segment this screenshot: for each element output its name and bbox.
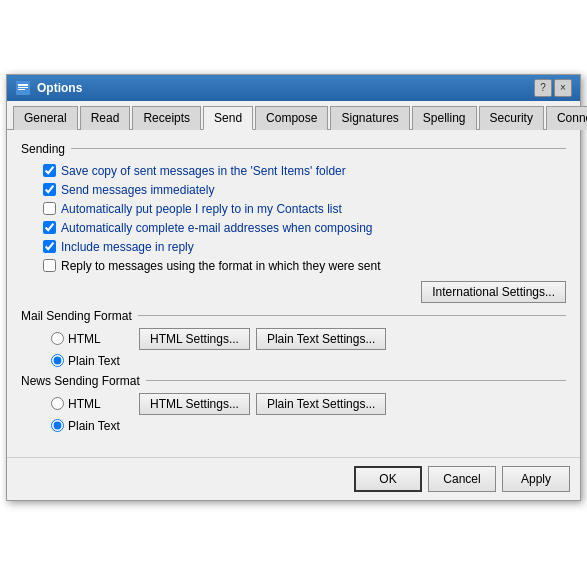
svg-rect-2	[18, 87, 28, 88]
checkbox-contacts[interactable]	[43, 202, 56, 215]
title-bar: Options ? ×	[7, 75, 580, 101]
news-plain-row: Plain Text	[21, 419, 566, 433]
checkbox-row-4: Automatically complete e-mail addresses …	[43, 221, 566, 235]
tab-read[interactable]: Read	[80, 106, 131, 130]
checkbox-include-message[interactable]	[43, 240, 56, 253]
mail-html-buttons: HTML Settings... Plain Text Settings...	[139, 328, 386, 350]
international-settings-button[interactable]: International Settings...	[421, 281, 566, 303]
news-html-radio[interactable]	[51, 397, 64, 410]
checkbox-label-1: Save copy of sent messages in the 'Sent …	[61, 164, 346, 178]
tab-general[interactable]: General	[13, 106, 78, 130]
news-format-section: News Sending Format HTML HTML Settings..…	[21, 374, 566, 433]
sending-title: Sending	[21, 142, 65, 156]
sending-divider	[71, 148, 566, 149]
window-title: Options	[37, 81, 82, 95]
mail-plain-radio[interactable]	[51, 354, 64, 367]
news-html-label: HTML	[68, 397, 101, 411]
mail-html-row: HTML HTML Settings... Plain Text Setting…	[21, 328, 566, 350]
mail-format-divider	[138, 315, 566, 316]
mail-plain-text-settings-button[interactable]: Plain Text Settings...	[256, 328, 387, 350]
tab-signatures[interactable]: Signatures	[330, 106, 409, 130]
news-html-settings-button[interactable]: HTML Settings...	[139, 393, 250, 415]
tab-spelling[interactable]: Spelling	[412, 106, 477, 130]
help-button[interactable]: ?	[534, 79, 552, 97]
news-plain-label: Plain Text	[68, 419, 120, 433]
options-window: Options ? × General Read Receipts Send C…	[6, 74, 581, 501]
tab-send[interactable]: Send	[203, 106, 253, 130]
mail-html-radio[interactable]	[51, 332, 64, 345]
checkbox-row-6: Reply to messages using the format in wh…	[43, 259, 566, 273]
apply-button[interactable]: Apply	[502, 466, 570, 492]
title-buttons: ? ×	[534, 79, 572, 97]
checkbox-row-1: Save copy of sent messages in the 'Sent …	[43, 164, 566, 178]
checkbox-row-5: Include message in reply	[43, 240, 566, 254]
tab-content: Sending Save copy of sent messages in th…	[7, 130, 580, 457]
tab-compose[interactable]: Compose	[255, 106, 328, 130]
mail-html-settings-button[interactable]: HTML Settings...	[139, 328, 250, 350]
mail-format-header: Mail Sending Format	[21, 309, 566, 323]
news-plain-text-settings-button[interactable]: Plain Text Settings...	[256, 393, 387, 415]
mail-html-radio-row: HTML	[51, 332, 131, 346]
spacer	[21, 439, 566, 447]
checkbox-row-3: Automatically put people I reply to in m…	[43, 202, 566, 216]
news-html-row: HTML HTML Settings... Plain Text Setting…	[21, 393, 566, 415]
mail-format-title: Mail Sending Format	[21, 309, 132, 323]
checkbox-label-2: Send messages immediately	[61, 183, 214, 197]
checkbox-label-4: Automatically complete e-mail addresses …	[61, 221, 372, 235]
ok-button[interactable]: OK	[354, 466, 422, 492]
news-format-divider	[146, 380, 566, 381]
cancel-button[interactable]: Cancel	[428, 466, 496, 492]
mail-plain-label: Plain Text	[68, 354, 120, 368]
window-icon	[15, 80, 31, 96]
checkbox-row-2: Send messages immediately	[43, 183, 566, 197]
tab-receipts[interactable]: Receipts	[132, 106, 201, 130]
news-format-header: News Sending Format	[21, 374, 566, 388]
sending-section-header: Sending	[21, 142, 566, 156]
checkbox-label-5: Include message in reply	[61, 240, 194, 254]
checkbox-reply-format[interactable]	[43, 259, 56, 272]
tabs-bar: General Read Receipts Send Compose Signa…	[7, 101, 580, 130]
news-format-title: News Sending Format	[21, 374, 140, 388]
svg-rect-1	[18, 84, 28, 86]
title-bar-left: Options	[15, 80, 82, 96]
sending-checkboxes: Save copy of sent messages in the 'Sent …	[21, 164, 566, 273]
checkbox-send-immediately[interactable]	[43, 183, 56, 196]
checkbox-label-3: Automatically put people I reply to in m…	[61, 202, 342, 216]
mail-html-label: HTML	[68, 332, 101, 346]
checkbox-autocomplete[interactable]	[43, 221, 56, 234]
checkbox-label-6: Reply to messages using the format in wh…	[61, 259, 381, 273]
mail-format-section: Mail Sending Format HTML HTML Settings..…	[21, 309, 566, 368]
footer: OK Cancel Apply	[7, 457, 580, 500]
mail-plain-row: Plain Text	[21, 354, 566, 368]
tab-security[interactable]: Security	[479, 106, 544, 130]
news-plain-radio[interactable]	[51, 419, 64, 432]
news-html-buttons: HTML Settings... Plain Text Settings...	[139, 393, 386, 415]
close-button[interactable]: ×	[554, 79, 572, 97]
svg-rect-3	[18, 89, 25, 90]
tab-connection[interactable]: Connection	[546, 106, 587, 130]
intl-button-row: International Settings...	[21, 281, 566, 303]
checkbox-sent-items[interactable]	[43, 164, 56, 177]
news-html-radio-row: HTML	[51, 397, 131, 411]
